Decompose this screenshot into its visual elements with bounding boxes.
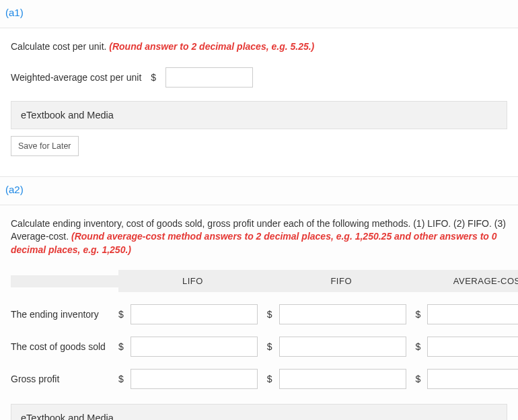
row-label-gross-profit: Gross profit [11,374,118,384]
col-header-avg: AVERAGE-COST [416,270,518,292]
a1-field-row: Weighted-average cost per unit $ [11,67,507,88]
a2-grid: LIFO FIFO AVERAGE-COST The ending invent… [11,270,507,389]
input-gp-avg[interactable] [427,369,518,389]
col-header-fifo: FIFO [267,270,416,292]
cell-ei-fifo: $ [267,304,416,324]
cell-gp-lifo: $ [118,369,267,389]
section-a1-body: Calculate cost per unit. (Round answer t… [0,28,518,164]
cell-ei-avg: $ [416,304,518,324]
input-gp-lifo[interactable] [131,369,258,389]
currency-symbol: $ [416,374,421,384]
a1-instruction: Calculate cost per unit. (Round answer t… [11,40,507,54]
a1-instruction-text: Calculate cost per unit. [11,41,106,52]
cell-ei-lifo: $ [118,304,267,324]
a1-hint: (Round answer to 2 decimal places, e.g. … [109,41,314,52]
col-header-lifo: LIFO [118,270,267,292]
weighted-avg-cost-input[interactable] [165,67,253,88]
section-a2-header: (a2) [0,177,518,205]
section-a2-body: Calculate ending inventory, cost of good… [0,205,518,420]
row-label-cogs: The cost of goods sold [11,341,118,352]
a1-currency: $ [151,72,156,83]
currency-symbol: $ [118,341,124,352]
cell-cogs-lifo: $ [118,337,267,357]
a2-instruction: Calculate ending inventory, cost of good… [11,217,507,257]
input-gp-fifo[interactable] [279,369,406,389]
currency-symbol: $ [416,341,421,352]
a1-field-label: Weighted-average cost per unit [11,72,141,83]
currency-symbol: $ [267,374,272,384]
input-ei-fifo[interactable] [279,304,406,324]
etextbook-bar-a2[interactable]: eTextbook and Media [11,404,507,420]
currency-symbol: $ [267,341,272,352]
input-cogs-fifo[interactable] [279,337,406,357]
cell-gp-avg: $ [416,369,518,389]
row-label-ending-inventory: The ending inventory [11,309,118,320]
input-cogs-avg[interactable] [427,337,518,357]
section-a1-header: (a1) [0,0,518,28]
cell-cogs-avg: $ [416,337,518,357]
currency-symbol: $ [267,309,272,320]
input-ei-avg[interactable] [427,304,518,324]
a2-hint: (Round average-cost method answers to 2 … [11,231,497,255]
save-for-later-button[interactable]: Save for Later [11,136,79,156]
grid-header-blank [11,275,118,287]
cell-gp-fifo: $ [267,369,416,389]
input-cogs-lifo[interactable] [131,337,258,357]
currency-symbol: $ [118,309,124,320]
currency-symbol: $ [416,309,421,320]
currency-symbol: $ [118,374,124,384]
etextbook-bar-a1[interactable]: eTextbook and Media [11,101,507,129]
input-ei-lifo[interactable] [131,304,258,324]
cell-cogs-fifo: $ [267,337,416,357]
